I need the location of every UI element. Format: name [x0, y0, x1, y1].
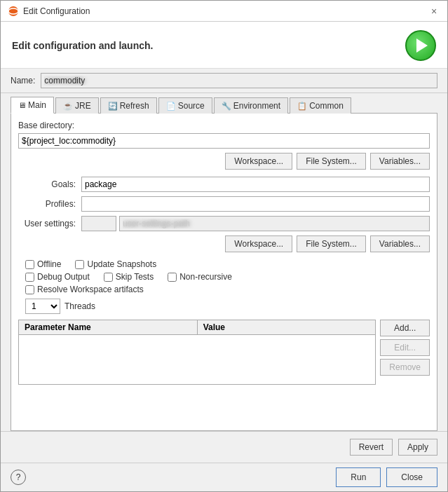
offline-checkbox-item: Offline	[25, 259, 61, 269]
skip-tests-checkbox[interactable]	[104, 273, 113, 282]
run-quick-button[interactable]	[405, 30, 436, 61]
offline-label: Offline	[37, 259, 61, 269]
debug-output-checkbox-item: Debug Output	[25, 272, 90, 282]
update-snapshots-label: Update Snapshots	[87, 259, 156, 269]
footer-buttons: Run Close	[336, 467, 437, 487]
offline-checkbox[interactable]	[25, 260, 34, 269]
table-header: Parameter Name Value	[19, 320, 375, 335]
tab-jre[interactable]: ☕ JRE	[55, 97, 99, 114]
variables-button-1[interactable]: Variables...	[370, 153, 430, 170]
resolve-workspace-label: Resolve Workspace artifacts	[37, 285, 144, 294]
tab-source[interactable]: 📄 Source	[158, 97, 212, 114]
workspace-button-2[interactable]: Workspace...	[225, 235, 292, 252]
main-tab-icon: 🖥	[18, 101, 26, 109]
main-content: 🖥 Main ☕ JRE 🔄 Refresh 📄 Source 🔧 Enviro…	[1, 93, 447, 431]
window-title: Edit Configuration	[23, 6, 90, 16]
threads-select[interactable]: 1 2 4 8	[25, 299, 60, 314]
checkbox-row-3: Resolve Workspace artifacts	[25, 285, 430, 294]
dir-button-row: Workspace... File System... Variables...	[18, 153, 430, 170]
svg-point-0	[8, 6, 18, 16]
source-tab-icon: 📄	[166, 102, 176, 111]
goals-label: Goals:	[18, 179, 81, 189]
checkbox-row-1: Offline Update Snapshots	[25, 259, 430, 269]
debug-output-checkbox[interactable]	[25, 273, 34, 282]
env-tab-icon: 🔧	[222, 102, 231, 111]
eclipse-icon	[8, 6, 19, 17]
header-title: Edit configuration and launch.	[12, 40, 153, 51]
tab-refresh[interactable]: 🔄 Refresh	[100, 97, 157, 114]
file-system-button-1[interactable]: File System...	[297, 153, 366, 170]
bottom-action-area: Revert Apply	[1, 431, 447, 463]
refresh-tab-icon: 🔄	[108, 102, 118, 111]
play-icon	[416, 39, 428, 53]
user-settings-input[interactable]	[119, 216, 430, 231]
title-bar: Edit Configuration ×	[1, 1, 447, 22]
settings-button-row: Workspace... File System... Variables...	[18, 235, 430, 252]
tab-common[interactable]: 📋 Common	[290, 97, 351, 114]
debug-output-label: Debug Output	[37, 272, 90, 282]
checkbox-row-2: Debug Output Skip Tests Non-recursive	[25, 272, 430, 282]
resolve-workspace-checkbox[interactable]	[25, 285, 34, 294]
table-body	[19, 335, 375, 384]
user-settings-checkbox[interactable]	[81, 216, 116, 231]
footer-area: ? Run Close	[1, 463, 447, 491]
help-button[interactable]: ?	[11, 470, 26, 485]
skip-tests-checkbox-item: Skip Tests	[104, 272, 154, 282]
tab-common-label: Common	[309, 101, 344, 111]
base-directory-input[interactable]	[18, 133, 430, 149]
run-button[interactable]: Run	[336, 467, 381, 487]
resolve-workspace-checkbox-item: Resolve Workspace artifacts	[25, 285, 144, 294]
tab-main[interactable]: 🖥 Main	[11, 97, 54, 114]
close-button[interactable]: Close	[386, 467, 437, 487]
base-directory-label: Base directory:	[18, 121, 430, 130]
profiles-input[interactable]	[81, 196, 430, 212]
non-recursive-checkbox[interactable]	[168, 273, 177, 282]
title-bar-left: Edit Configuration	[8, 6, 90, 17]
common-tab-icon: 📋	[297, 102, 307, 111]
non-recursive-label: Non-recursive	[179, 272, 232, 282]
tabs-bar: 🖥 Main ☕ JRE 🔄 Refresh 📄 Source 🔧 Enviro…	[11, 93, 437, 114]
parameters-table: Parameter Name Value	[18, 320, 376, 385]
checkboxes-section: Offline Update Snapshots Debug Output Sk…	[18, 259, 430, 294]
tab-jre-label: JRE	[75, 101, 91, 111]
name-bar: Name:	[1, 69, 447, 93]
workspace-button-1[interactable]: Workspace...	[225, 153, 292, 170]
goals-input[interactable]	[81, 177, 430, 192]
threads-row: 1 2 4 8 Threads	[18, 299, 430, 314]
edit-configuration-window: Edit Configuration × Edit configuration …	[0, 0, 448, 492]
tab-environment[interactable]: 🔧 Environment	[214, 97, 288, 114]
param-value-header: Value	[198, 320, 376, 334]
add-param-button[interactable]: Add...	[380, 320, 430, 336]
name-label: Name:	[11, 76, 35, 86]
revert-button[interactable]: Revert	[350, 439, 393, 456]
profiles-label: Profiles:	[18, 199, 81, 209]
apply-button[interactable]: Apply	[398, 439, 437, 456]
tab-environment-label: Environment	[233, 101, 280, 111]
tab-refresh-label: Refresh	[120, 101, 149, 111]
name-input[interactable]	[41, 73, 437, 88]
remove-param-button[interactable]: Remove	[380, 359, 430, 376]
update-snapshots-checkbox[interactable]	[75, 260, 84, 269]
file-system-button-2[interactable]: File System...	[297, 235, 366, 252]
param-name-header: Parameter Name	[19, 320, 198, 334]
window-close-button[interactable]: ×	[428, 5, 440, 18]
skip-tests-label: Skip Tests	[116, 272, 154, 282]
threads-label: Threads	[65, 301, 95, 311]
jre-tab-icon: ☕	[63, 102, 73, 111]
update-snapshots-checkbox-item: Update Snapshots	[75, 259, 156, 269]
tab-main-label: Main	[28, 100, 46, 110]
main-panel: Base directory: Workspace... File System…	[11, 114, 437, 431]
user-settings-label: User settings:	[18, 219, 81, 228]
tab-source-label: Source	[178, 101, 205, 111]
user-settings-row: User settings:	[18, 216, 430, 231]
goals-row: Goals:	[18, 177, 430, 192]
table-action-buttons: Add... Edit... Remove	[380, 320, 430, 385]
parameters-table-section: Parameter Name Value Add... Edit... Remo…	[18, 320, 430, 385]
non-recursive-checkbox-item: Non-recursive	[168, 272, 232, 282]
variables-button-2[interactable]: Variables...	[370, 235, 430, 252]
profiles-row: Profiles:	[18, 196, 430, 212]
header-area: Edit configuration and launch.	[1, 22, 447, 69]
edit-param-button[interactable]: Edit...	[380, 339, 430, 356]
